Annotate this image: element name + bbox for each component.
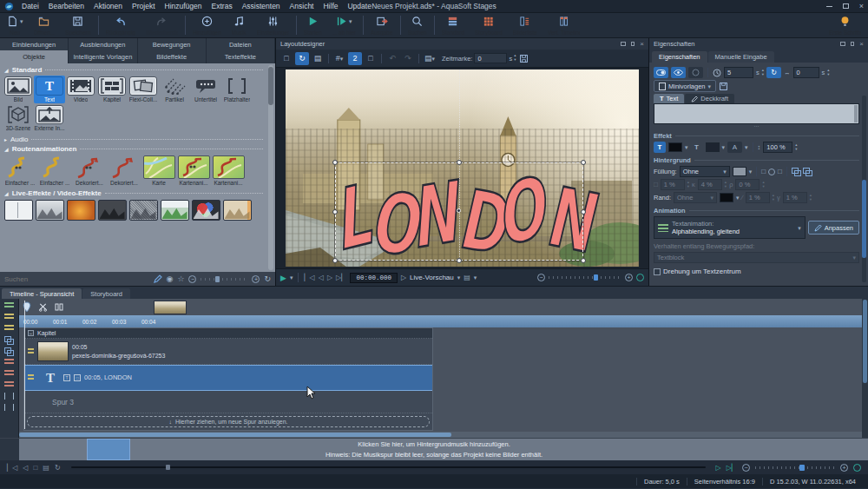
menu-ansicht[interactable]: Ansicht: [286, 2, 319, 10]
float-panel-icon[interactable]: [621, 42, 626, 46]
tab-eigenschaften[interactable]: Eigenschaften: [652, 51, 707, 63]
tab-objekte[interactable]: Objekte: [0, 50, 69, 63]
menu-aktionen[interactable]: Aktionen: [89, 2, 127, 10]
music-track[interactable]: Klicken Sie hier, um Hintergrundmusik hi…: [0, 438, 868, 460]
layers-icon[interactable]: ▤: [311, 52, 325, 65]
auto-rotate-icon[interactable]: ↻: [295, 52, 309, 65]
start-button[interactable]: Starten: [299, 13, 327, 37]
skip-start-icon[interactable]: ▏◁: [7, 464, 17, 472]
minivorlagen-button[interactable]: Minivorlagen▾: [654, 80, 716, 92]
effect-thumb-blur[interactable]: [67, 200, 95, 221]
sound-icon[interactable]: [688, 67, 703, 78]
track-list-icon[interactable]: [4, 314, 14, 320]
step-back-icon[interactable]: ◁: [23, 464, 28, 472]
fuellung-select[interactable]: Ohne▾: [680, 166, 730, 177]
route-kartenanimation-1[interactable]: Kartenani...: [176, 155, 211, 187]
resize-handle-e[interactable]: [581, 209, 586, 215]
tab-bildeffekte[interactable]: Bildeffekte: [138, 50, 207, 63]
object-externe-inhalte[interactable]: Externe In...: [34, 104, 65, 132]
close-icon[interactable]: ×: [859, 2, 864, 10]
timeline-vscrollbar[interactable]: [862, 299, 868, 438]
route-karte[interactable]: Karte: [141, 155, 176, 187]
search-input[interactable]: [4, 275, 149, 283]
menu-update[interactable]: Update: [343, 2, 375, 10]
font-style-icon[interactable]: A: [727, 142, 742, 153]
section-standard[interactable]: ◢Standard: [4, 66, 263, 74]
tab-timeline-spuransicht[interactable]: Timeline - Spuransicht: [2, 288, 82, 299]
duration-input[interactable]: 5: [724, 67, 753, 78]
tab-ausblendungen[interactable]: Ausblendungen: [69, 38, 137, 50]
tab-dateien[interactable]: Dateien: [207, 38, 275, 50]
rotation-center-marker[interactable]: [457, 208, 461, 213]
route-dekoriert-1[interactable]: Dekoriert...: [72, 155, 107, 187]
effect-thumb-gray[interactable]: [36, 200, 64, 221]
time-ruler[interactable]: 00:00 00:01 00:02 00:03 00:04: [19, 315, 862, 327]
preview-zoom-slider[interactable]: [549, 274, 621, 281]
section-live-effekte[interactable]: ◢Live-Effekte / Video-Effekte: [4, 189, 263, 197]
opacity-spinner[interactable]: ▴▾: [795, 143, 797, 152]
pin-icon[interactable]: [631, 42, 635, 46]
playhead-line[interactable]: [24, 301, 25, 429]
settings-button[interactable]: Einstellungen: [252, 13, 294, 37]
pen-icon[interactable]: [154, 274, 162, 283]
play-options-caret[interactable]: ▾: [290, 274, 293, 281]
grid-view-caret[interactable]: ▾: [474, 274, 477, 281]
link-pos-icon[interactable]: [803, 168, 812, 175]
route-einfach-2[interactable]: Einfacher ...: [37, 155, 72, 187]
skip-end-icon[interactable]: ▷▏: [336, 274, 346, 281]
object-3d-szene[interactable]: 3D-Szene: [3, 104, 34, 132]
resize-grip[interactable]: ···: [654, 124, 859, 129]
tab-bewegungen[interactable]: Bewegungen: [138, 38, 207, 50]
close-panel-icon[interactable]: ×: [640, 40, 644, 48]
shape-rounded-icon[interactable]: □: [778, 168, 782, 175]
toggle-on-icon[interactable]: [654, 67, 668, 78]
marker-track-icon[interactable]: [4, 381, 14, 388]
line-spacing-icon[interactable]: ↕: [758, 143, 761, 151]
object-platzhalter[interactable]: Platzhalter: [221, 76, 253, 103]
timeline-zoom-reset-icon[interactable]: [853, 464, 861, 472]
menu-extras[interactable]: Extras: [207, 2, 237, 10]
open-button[interactable]: Öffnen...: [29, 13, 61, 37]
menu-hilfe[interactable]: Hilfe: [319, 2, 342, 10]
background-image-icon[interactable]: □: [364, 52, 378, 65]
resize-handle-ne[interactable]: [581, 160, 586, 165]
resize-handle-n[interactable]: [457, 160, 462, 165]
duplicate-icon[interactable]: [4, 336, 14, 343]
timeline-hscrollbar[interactable]: [19, 432, 862, 438]
save-template-icon[interactable]: [719, 82, 728, 91]
pin-icon[interactable]: [851, 42, 854, 46]
zoom-out-icon[interactable]: −: [188, 275, 196, 283]
left-panel-scrollbar[interactable]: [268, 65, 273, 270]
timeline-zoom-out-icon[interactable]: −: [742, 464, 750, 472]
tab-deckkraft[interactable]: Deckkraft: [685, 94, 734, 103]
output-button[interactable]: Ausgabe: [365, 13, 398, 37]
image-track-item[interactable]: 00:05pexels-dominika-gregušová-67253: [24, 339, 432, 365]
tab-intelligente-vorlagen[interactable]: Intelligente Vorlagen: [69, 50, 137, 63]
object-untertitel[interactable]: Untertitel: [190, 76, 221, 103]
preview-canvas[interactable]: LONDON: [276, 68, 648, 268]
duration-spinner[interactable]: ▴▾: [762, 69, 764, 77]
skip-end-icon[interactable]: ▷▏: [727, 464, 737, 472]
menu-assistenten[interactable]: Assistenten: [238, 2, 285, 10]
zeitmarke-input[interactable]: 0: [474, 53, 507, 63]
object-text[interactable]: TText: [34, 76, 65, 103]
section-routenanimationen[interactable]: ◢Routenanimationen: [4, 145, 263, 153]
favorites-star-icon[interactable]: ☆: [177, 275, 184, 283]
tab-texteffekte[interactable]: Texteffekte: [207, 50, 275, 63]
timeline-content[interactable]: 00:00 00:01 00:02 00:03 00:04 − Kapitel …: [19, 299, 862, 438]
menu-bearbeiten[interactable]: Bearbeiten: [44, 2, 89, 10]
image-list-button[interactable]: Bilderliste: [508, 13, 542, 37]
textanimation-dropdown[interactable]: Textanimation:Alphablending, gleitend ▾: [654, 216, 806, 239]
timeline-zoom-slider[interactable]: [755, 465, 835, 471]
close-panel-icon[interactable]: ×: [859, 40, 864, 48]
music-button[interactable]: Musik: [227, 13, 252, 37]
timeline-thumbnail[interactable]: [154, 301, 187, 314]
effect-thumb-dark[interactable]: [98, 200, 127, 221]
eye-icon[interactable]: ◉: [167, 275, 174, 283]
view-mode-icon[interactable]: ▤: [43, 464, 49, 472]
tab-einblendungen[interactable]: Einblendungen: [0, 38, 69, 50]
tracks-overview-icon[interactable]: [4, 302, 14, 309]
menu-hinzufuegen[interactable]: Hinzufügen: [161, 2, 207, 10]
kapitel-header[interactable]: − Kapitel: [24, 328, 432, 339]
track-compact-icon[interactable]: [4, 325, 14, 332]
